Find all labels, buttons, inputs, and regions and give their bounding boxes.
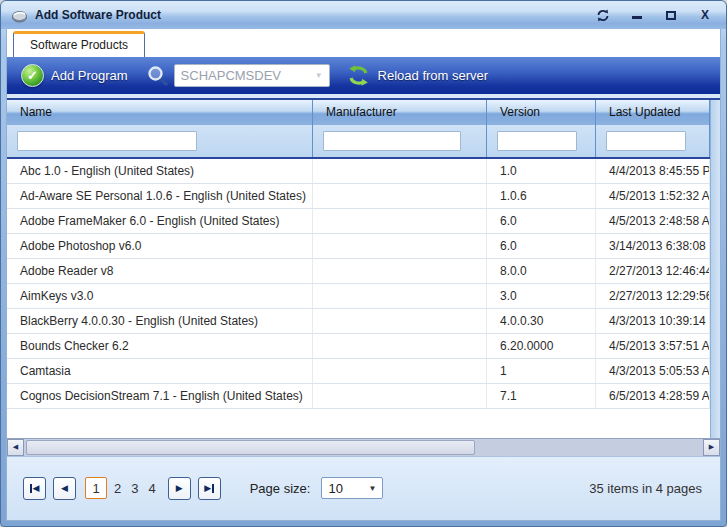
page-size-value: 10 — [328, 481, 368, 496]
cell-version: 6.20.0000 — [487, 334, 596, 358]
cell-version: 4.0.0.30 — [487, 309, 596, 333]
page-number[interactable]: 4 — [143, 481, 160, 496]
table-row[interactable]: Cognos DecisionStream 7.1 - English (Uni… — [7, 384, 710, 409]
grid-rows: Abc 1.0 - English (United States)1.04/4/… — [7, 159, 710, 409]
scroll-right-button[interactable]: ▶ — [703, 439, 720, 456]
cell-last-updated: 4/3/2013 5:05:53 AM — [596, 359, 710, 383]
table-row[interactable]: Adobe Photoshop v6.06.03/14/2013 6:38:08… — [7, 234, 710, 259]
cell-manufacturer — [313, 184, 487, 208]
prev-page-button[interactable]: ◀ — [53, 477, 76, 500]
cell-name: Abc 1.0 - English (United States) — [7, 159, 313, 183]
first-page-button[interactable]: ◀ — [23, 477, 46, 500]
cell-manufacturer — [313, 234, 487, 258]
grid-empty-area — [7, 409, 710, 438]
cell-name: Adobe Reader v8 — [7, 259, 313, 283]
cell-manufacturer — [313, 284, 487, 308]
reload-from-server-button[interactable]: Reload from server — [342, 62, 493, 89]
table-row[interactable]: Abc 1.0 - English (United States)1.04/4/… — [7, 159, 710, 184]
cell-last-updated: 2/27/2013 12:29:56 PM — [596, 284, 710, 308]
cell-last-updated: 4/3/2013 10:39:14 PM — [596, 309, 710, 333]
pager-bar: ◀ ◀ 1234 ▶ ▶ Page size: 10 ▼ 35 items in… — [7, 456, 720, 521]
filter-cell-last-updated — [596, 125, 710, 157]
server-combobox-value: SCHAPCMSDEV — [181, 68, 311, 83]
maximize-button[interactable] — [662, 7, 680, 23]
cell-version: 6.0 — [487, 234, 596, 258]
chevron-down-icon: ▼ — [368, 484, 376, 493]
filter-cell-version — [487, 125, 596, 157]
cell-last-updated: 6/5/2013 4:28:59 AM — [596, 384, 710, 408]
scroll-left-button[interactable]: ◀ — [7, 439, 24, 456]
cell-last-updated: 2/27/2013 12:46:44 PM — [596, 259, 710, 283]
check-circle-icon: ✓ — [21, 64, 44, 87]
tab-strip: Software Products — [7, 29, 720, 57]
search-icon — [146, 64, 170, 88]
close-button[interactable]: X — [696, 7, 714, 23]
arrow-left-icon: ◀ — [13, 443, 18, 451]
cell-name: Adobe Photoshop v6.0 — [7, 234, 313, 258]
horizontal-scrollbar: ◀ ▶ — [7, 438, 720, 456]
cell-version: 6.0 — [487, 209, 596, 233]
next-page-button[interactable]: ▶ — [168, 477, 191, 500]
page-number[interactable]: 2 — [109, 481, 126, 496]
cell-name: Ad-Aware SE Personal 1.0.6 - English (Un… — [7, 184, 313, 208]
table-row[interactable]: Adobe Reader v88.0.02/27/2013 12:46:44 P… — [7, 259, 710, 284]
cell-manufacturer — [313, 309, 487, 333]
filter-input-last-updated[interactable] — [606, 131, 686, 151]
dialog-window: Add Software Product X Software Products — [0, 0, 727, 527]
cell-manufacturer — [313, 334, 487, 358]
column-header-name[interactable]: Name — [7, 100, 313, 125]
last-page-icon — [212, 484, 214, 493]
cell-version: 7.1 — [487, 384, 596, 408]
pager-status: 35 items in 4 pages — [589, 481, 704, 496]
cell-name: Cognos DecisionStream 7.1 - English (Uni… — [7, 384, 313, 408]
cell-manufacturer — [313, 359, 487, 383]
column-header-last-updated[interactable]: Last Updated — [596, 100, 710, 125]
page-size-combobox[interactable]: 10 ▼ — [321, 477, 383, 499]
table-row[interactable]: Ad-Aware SE Personal 1.0.6 - English (Un… — [7, 184, 710, 209]
server-combobox[interactable]: SCHAPCMSDEV ▼ — [174, 64, 330, 87]
vertical-scrollbar[interactable] — [710, 100, 720, 438]
cell-version: 8.0.0 — [487, 259, 596, 283]
grid-filter-row — [7, 125, 710, 159]
page-number-current[interactable]: 1 — [85, 477, 107, 499]
filter-input-manufacturer[interactable] — [323, 131, 461, 151]
cell-last-updated: 4/4/2013 8:45:55 PM — [596, 159, 710, 183]
cell-last-updated: 4/5/2013 3:57:51 AM — [596, 334, 710, 358]
page-number[interactable]: 3 — [126, 481, 143, 496]
filter-input-name[interactable] — [17, 131, 197, 151]
cell-name: Camtasia — [7, 359, 313, 383]
table-row[interactable]: Camtasia14/3/2013 5:05:53 AM — [7, 359, 710, 384]
cell-name: BlackBerry 4.0.0.30 - English (United St… — [7, 309, 313, 333]
cell-name: Bounds Checker 6.2 — [7, 334, 313, 358]
add-program-button[interactable]: ✓ Add Program — [17, 62, 132, 89]
table-row[interactable]: Bounds Checker 6.26.20.00004/5/2013 3:57… — [7, 334, 710, 359]
refresh-icon — [346, 64, 371, 87]
content-area: Software Products ✓ Add Program SCHAPCMS… — [6, 29, 721, 521]
last-page-button[interactable]: ▶ — [198, 477, 221, 500]
titlebar: Add Software Product X — [1, 1, 726, 29]
page-size-label: Page size: — [250, 481, 311, 496]
table-row[interactable]: Adobe FrameMaker 6.0 - English (United S… — [7, 209, 710, 234]
cell-version: 1.0 — [487, 159, 596, 183]
close-icon: X — [701, 9, 709, 21]
cell-manufacturer — [313, 384, 487, 408]
minimize-button[interactable] — [628, 7, 646, 23]
scrollbar-track[interactable] — [475, 439, 703, 456]
cell-manufacturer — [313, 159, 487, 183]
maximize-icon — [666, 11, 676, 20]
scrollbar-thumb[interactable] — [26, 440, 475, 455]
filter-cell-manufacturer — [313, 125, 487, 157]
tab-software-products[interactable]: Software Products — [13, 31, 145, 57]
minimize-icon — [632, 16, 642, 19]
table-row[interactable]: BlackBerry 4.0.0.30 - English (United St… — [7, 309, 710, 334]
table-row[interactable]: AimKeys v3.03.02/27/2013 12:29:56 PM — [7, 284, 710, 309]
cell-manufacturer — [313, 209, 487, 233]
cell-name: AimKeys v3.0 — [7, 284, 313, 308]
cell-version: 3.0 — [487, 284, 596, 308]
column-header-manufacturer[interactable]: Manufacturer — [313, 100, 487, 125]
sync-icon[interactable] — [594, 7, 612, 23]
column-header-version[interactable]: Version — [487, 100, 596, 125]
cell-version: 1 — [487, 359, 596, 383]
filter-input-version[interactable] — [497, 131, 577, 151]
reload-label: Reload from server — [378, 68, 489, 83]
